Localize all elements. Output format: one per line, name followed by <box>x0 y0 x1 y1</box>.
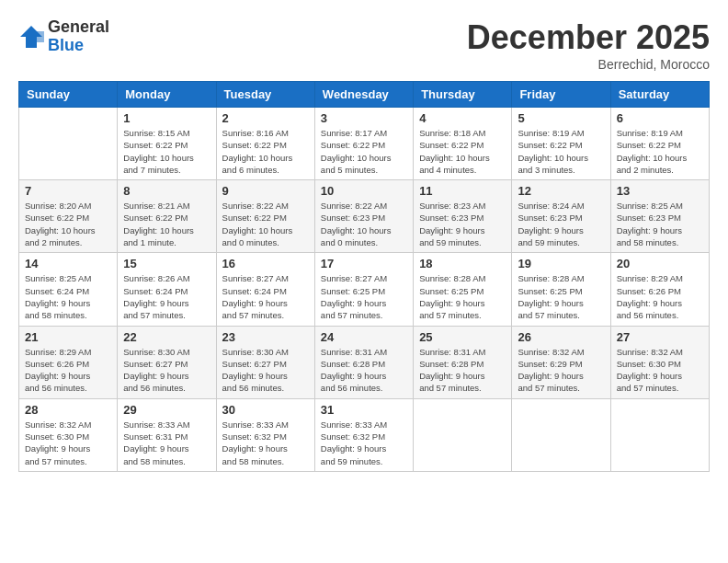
calendar-cell: 29Sunrise: 8:33 AM Sunset: 6:31 PM Dayli… <box>118 398 216 471</box>
calendar-cell: 9Sunrise: 8:22 AM Sunset: 6:22 PM Daylig… <box>216 180 314 253</box>
day-number: 26 <box>518 330 604 344</box>
day-number: 29 <box>123 403 210 417</box>
week-row-4: 21Sunrise: 8:29 AM Sunset: 6:26 PM Dayli… <box>19 326 710 398</box>
day-number: 11 <box>419 184 506 198</box>
day-number: 15 <box>123 257 210 270</box>
svg-marker-1 <box>37 31 44 42</box>
day-number: 17 <box>321 257 407 270</box>
calendar-cell: 5Sunrise: 8:19 AM Sunset: 6:22 PM Daylig… <box>512 108 610 180</box>
calendar-cell: 1Sunrise: 8:15 AM Sunset: 6:22 PM Daylig… <box>118 108 216 180</box>
week-row-1: 1Sunrise: 8:15 AM Sunset: 6:22 PM Daylig… <box>19 108 710 180</box>
calendar-cell: 10Sunrise: 8:22 AM Sunset: 6:23 PM Dayli… <box>314 180 413 253</box>
day-info: Sunrise: 8:19 AM Sunset: 6:22 PM Dayligh… <box>518 127 604 176</box>
week-row-2: 7Sunrise: 8:20 AM Sunset: 6:22 PM Daylig… <box>19 180 710 253</box>
calendar-cell: 13Sunrise: 8:25 AM Sunset: 6:23 PM Dayli… <box>610 180 709 253</box>
day-info: Sunrise: 8:24 AM Sunset: 6:23 PM Dayligh… <box>518 200 604 248</box>
calendar-cell: 11Sunrise: 8:23 AM Sunset: 6:23 PM Dayli… <box>414 180 512 253</box>
location-subtitle: Berrechid, Morocco <box>467 57 710 72</box>
day-info: Sunrise: 8:18 AM Sunset: 6:22 PM Dayligh… <box>419 127 506 176</box>
day-info: Sunrise: 8:20 AM Sunset: 6:22 PM Dayligh… <box>25 200 111 248</box>
weekday-header-thursday: Thursday <box>414 82 512 108</box>
weekday-header-monday: Monday <box>118 82 216 108</box>
calendar-cell <box>610 398 709 471</box>
day-info: Sunrise: 8:30 AM Sunset: 6:27 PM Dayligh… <box>222 346 309 395</box>
day-number: 5 <box>518 111 604 125</box>
day-info: Sunrise: 8:32 AM Sunset: 6:30 PM Dayligh… <box>617 346 703 395</box>
weekday-header-row: SundayMondayTuesdayWednesdayThursdayFrid… <box>19 82 710 108</box>
day-info: Sunrise: 8:22 AM Sunset: 6:23 PM Dayligh… <box>321 200 407 248</box>
day-number: 19 <box>518 257 604 270</box>
calendar-cell: 7Sunrise: 8:20 AM Sunset: 6:22 PM Daylig… <box>19 180 118 253</box>
weekday-header-friday: Friday <box>512 82 610 108</box>
calendar-cell: 17Sunrise: 8:27 AM Sunset: 6:25 PM Dayli… <box>314 253 413 326</box>
day-info: Sunrise: 8:17 AM Sunset: 6:22 PM Dayligh… <box>321 127 407 176</box>
day-info: Sunrise: 8:21 AM Sunset: 6:22 PM Dayligh… <box>123 200 210 248</box>
logo-blue: Blue <box>48 36 84 54</box>
calendar-cell: 16Sunrise: 8:27 AM Sunset: 6:24 PM Dayli… <box>216 253 314 326</box>
day-info: Sunrise: 8:23 AM Sunset: 6:23 PM Dayligh… <box>419 200 506 248</box>
calendar-cell <box>19 108 118 180</box>
calendar-cell: 14Sunrise: 8:25 AM Sunset: 6:24 PM Dayli… <box>19 253 118 326</box>
day-number: 1 <box>123 111 210 125</box>
day-info: Sunrise: 8:29 AM Sunset: 6:26 PM Dayligh… <box>25 346 111 395</box>
day-info: Sunrise: 8:22 AM Sunset: 6:22 PM Dayligh… <box>222 200 309 248</box>
day-number: 12 <box>518 184 604 198</box>
day-number: 23 <box>222 330 309 344</box>
day-number: 3 <box>321 111 407 125</box>
calendar-cell: 3Sunrise: 8:17 AM Sunset: 6:22 PM Daylig… <box>314 108 413 180</box>
logo-icon <box>18 24 44 50</box>
day-number: 13 <box>617 184 703 198</box>
day-number: 21 <box>25 330 111 344</box>
calendar: SundayMondayTuesdayWednesdayThursdayFrid… <box>18 81 710 472</box>
day-info: Sunrise: 8:25 AM Sunset: 6:23 PM Dayligh… <box>617 200 703 248</box>
day-info: Sunrise: 8:27 AM Sunset: 6:25 PM Dayligh… <box>321 272 407 321</box>
calendar-cell: 26Sunrise: 8:32 AM Sunset: 6:29 PM Dayli… <box>512 326 610 398</box>
weekday-header-saturday: Saturday <box>610 82 709 108</box>
day-info: Sunrise: 8:15 AM Sunset: 6:22 PM Dayligh… <box>123 127 210 176</box>
calendar-cell: 31Sunrise: 8:33 AM Sunset: 6:32 PM Dayli… <box>314 398 413 471</box>
day-number: 10 <box>321 184 407 198</box>
month-title: December 2025 <box>467 18 710 57</box>
day-info: Sunrise: 8:28 AM Sunset: 6:25 PM Dayligh… <box>419 272 506 321</box>
calendar-cell: 25Sunrise: 8:31 AM Sunset: 6:28 PM Dayli… <box>414 326 512 398</box>
week-row-5: 28Sunrise: 8:32 AM Sunset: 6:30 PM Dayli… <box>19 398 710 471</box>
calendar-cell: 24Sunrise: 8:31 AM Sunset: 6:28 PM Dayli… <box>314 326 413 398</box>
weekday-header-sunday: Sunday <box>19 82 118 108</box>
calendar-cell: 23Sunrise: 8:30 AM Sunset: 6:27 PM Dayli… <box>216 326 314 398</box>
day-number: 16 <box>222 257 309 270</box>
calendar-cell: 15Sunrise: 8:26 AM Sunset: 6:24 PM Dayli… <box>118 253 216 326</box>
day-number: 28 <box>25 403 111 417</box>
day-number: 24 <box>321 330 407 344</box>
day-number: 14 <box>25 257 111 270</box>
day-info: Sunrise: 8:29 AM Sunset: 6:26 PM Dayligh… <box>617 272 703 321</box>
header: General Blue December 2025 Berrechid, Mo… <box>18 18 710 72</box>
day-info: Sunrise: 8:30 AM Sunset: 6:27 PM Dayligh… <box>123 346 210 395</box>
week-row-3: 14Sunrise: 8:25 AM Sunset: 6:24 PM Dayli… <box>19 253 710 326</box>
calendar-cell: 22Sunrise: 8:30 AM Sunset: 6:27 PM Dayli… <box>118 326 216 398</box>
day-info: Sunrise: 8:31 AM Sunset: 6:28 PM Dayligh… <box>321 346 407 395</box>
calendar-cell <box>414 398 512 471</box>
day-info: Sunrise: 8:33 AM Sunset: 6:31 PM Dayligh… <box>123 419 210 467</box>
day-number: 22 <box>123 330 210 344</box>
calendar-cell: 20Sunrise: 8:29 AM Sunset: 6:26 PM Dayli… <box>610 253 709 326</box>
calendar-cell: 8Sunrise: 8:21 AM Sunset: 6:22 PM Daylig… <box>118 180 216 253</box>
day-info: Sunrise: 8:28 AM Sunset: 6:25 PM Dayligh… <box>518 272 604 321</box>
day-number: 20 <box>617 257 703 270</box>
day-number: 4 <box>419 111 506 125</box>
day-info: Sunrise: 8:16 AM Sunset: 6:22 PM Dayligh… <box>222 127 309 176</box>
day-info: Sunrise: 8:33 AM Sunset: 6:32 PM Dayligh… <box>321 419 407 467</box>
day-info: Sunrise: 8:26 AM Sunset: 6:24 PM Dayligh… <box>123 272 210 321</box>
day-number: 6 <box>617 111 703 125</box>
day-number: 8 <box>123 184 210 198</box>
day-number: 30 <box>222 403 309 417</box>
day-info: Sunrise: 8:31 AM Sunset: 6:28 PM Dayligh… <box>419 346 506 395</box>
calendar-cell: 2Sunrise: 8:16 AM Sunset: 6:22 PM Daylig… <box>216 108 314 180</box>
calendar-cell: 28Sunrise: 8:32 AM Sunset: 6:30 PM Dayli… <box>19 398 118 471</box>
calendar-cell: 18Sunrise: 8:28 AM Sunset: 6:25 PM Dayli… <box>414 253 512 326</box>
calendar-cell: 21Sunrise: 8:29 AM Sunset: 6:26 PM Dayli… <box>19 326 118 398</box>
day-info: Sunrise: 8:32 AM Sunset: 6:29 PM Dayligh… <box>518 346 604 395</box>
day-info: Sunrise: 8:25 AM Sunset: 6:24 PM Dayligh… <box>25 272 111 321</box>
calendar-cell: 27Sunrise: 8:32 AM Sunset: 6:30 PM Dayli… <box>610 326 709 398</box>
day-info: Sunrise: 8:19 AM Sunset: 6:22 PM Dayligh… <box>617 127 703 176</box>
day-number: 2 <box>222 111 309 125</box>
